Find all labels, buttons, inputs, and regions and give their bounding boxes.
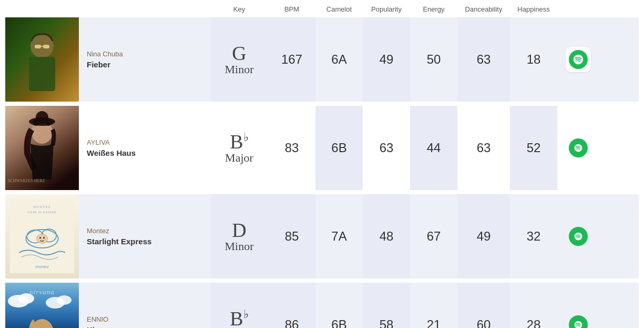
spotify-cell[interactable]: [557, 227, 599, 246]
svg-text:SCHWARZES HERZ: SCHWARZES HERZ: [8, 178, 45, 183]
danceability-value: 63: [477, 52, 491, 67]
camelot-value: 6A: [331, 52, 346, 67]
svg-text:nirvana: nirvana: [29, 288, 54, 296]
key-letter: B♭: [225, 132, 253, 152]
popularity-cell: 63: [363, 106, 410, 190]
bpm-cell: 83: [268, 106, 315, 190]
table-row: SCHWARZES HERZ AYLIVA Weißes Haus B♭ Maj…: [5, 106, 639, 190]
key-mode: Major: [225, 152, 253, 164]
energy-cell: 21: [410, 283, 457, 328]
header-camelot: Camelot: [315, 5, 363, 13]
track-info-montez: Montez Starlight Express: [81, 227, 210, 246]
header-bpm: BPM: [268, 5, 315, 13]
header-energy: Energy: [410, 5, 457, 13]
svg-point-24: [573, 231, 584, 242]
bpm-value: 167: [281, 52, 302, 67]
svg-text:MONTEZ: MONTEZ: [33, 205, 51, 208]
bpm-value: 85: [285, 229, 299, 244]
spotify-cell[interactable]: [557, 138, 599, 157]
energy-cell: 50: [410, 17, 457, 102]
header-happiness: Happiness: [510, 5, 557, 13]
bpm-cell: 86: [268, 283, 315, 328]
svg-rect-2: [29, 57, 55, 91]
happiness-value: 32: [527, 229, 541, 244]
album-art-montez: MONTEZ LIEBE IN GEFAHR: [5, 194, 79, 279]
album-art-ayliva: SCHWARZES HERZ: [5, 106, 79, 190]
table-row: Nina Chuba Fieber G Minor 167 6A 49 50 6…: [5, 17, 639, 102]
danceability-cell: 60: [457, 283, 510, 328]
key-cell: B♭ Major: [210, 106, 268, 190]
svg-point-13: [573, 142, 584, 154]
key-cell: D Minor: [210, 194, 268, 279]
album-art-ennio: nirvana: [5, 283, 79, 328]
track-title: Weißes Haus: [87, 148, 205, 157]
camelot-cell: 6B: [315, 283, 363, 328]
happiness-cell: 32: [510, 194, 557, 279]
header-img: [5, 5, 81, 13]
key-mode: Minor: [225, 63, 254, 76]
table-header: Key BPM Camelot Popularity Energy Dancea…: [5, 0, 639, 17]
energy-value: 50: [427, 52, 441, 67]
svg-point-28: [18, 293, 34, 304]
danceability-cell: 49: [457, 194, 510, 279]
popularity-cell: 58: [363, 283, 410, 328]
spotify-icon: [569, 315, 588, 328]
camelot-cell: 6A: [315, 17, 363, 102]
header-popularity: Popularity: [363, 5, 410, 13]
track-title: Starlight Express: [87, 237, 205, 246]
happiness-value: 52: [527, 141, 541, 155]
table-row: nirvana ENNIO: [5, 283, 639, 328]
track-title: Fieber: [87, 60, 205, 69]
key-cell: B♭ Major: [210, 283, 268, 328]
energy-value: 44: [427, 141, 441, 155]
bpm-value: 83: [285, 141, 299, 155]
key-flat: ♭: [243, 307, 249, 321]
table-row: MONTEZ LIEBE IN GEFAHR: [5, 194, 639, 279]
danceability-cell: 63: [457, 17, 510, 102]
header-title: [81, 5, 210, 13]
spotify-button[interactable]: [566, 47, 591, 72]
svg-point-11: [45, 120, 52, 126]
svg-point-30: [57, 295, 71, 305]
svg-point-10: [33, 120, 39, 126]
camelot-cell: 7A: [315, 194, 363, 279]
danceability-value: 60: [477, 317, 491, 328]
energy-value: 21: [427, 317, 441, 328]
happiness-value: 18: [527, 52, 541, 67]
key-display: D Minor: [225, 220, 254, 253]
svg-rect-4: [43, 45, 49, 48]
popularity-cell: 48: [363, 194, 410, 279]
bpm-cell: 167: [268, 17, 315, 102]
track-info-nina: Nina Chuba Fieber: [81, 50, 210, 69]
energy-cell: 44: [410, 106, 457, 190]
danceability-value: 49: [477, 229, 491, 244]
happiness-cell: 18: [510, 17, 557, 102]
key-display: G Minor: [225, 43, 254, 76]
camelot-cell: 6B: [315, 106, 363, 190]
energy-value: 67: [427, 229, 441, 244]
key-display: B♭ Major: [225, 309, 253, 328]
svg-point-20: [37, 234, 48, 244]
svg-point-22: [43, 237, 45, 239]
header-spotify: [557, 5, 599, 13]
header-key: Key: [210, 5, 268, 13]
svg-text:LIEBE IN GEFAHR: LIEBE IN GEFAHR: [27, 211, 56, 214]
energy-cell: 67: [410, 194, 457, 279]
key-letter: G: [225, 43, 254, 63]
track-info-ennio: ENNIO Kippe: [81, 315, 210, 328]
spotify-icon: [569, 50, 588, 69]
spotify-cell[interactable]: [557, 47, 599, 72]
key-cell: G Minor: [210, 17, 268, 102]
camelot-value: 6B: [331, 141, 346, 155]
happiness-value: 28: [527, 317, 541, 328]
popularity-cell: 49: [363, 17, 410, 102]
bpm-cell: 85: [268, 194, 315, 279]
artist-name: Montez: [87, 227, 205, 235]
header-danceability: Danceability: [457, 5, 510, 13]
happiness-cell: 28: [510, 283, 557, 328]
key-letter: D: [225, 220, 254, 240]
camelot-value: 6B: [331, 317, 346, 328]
artist-name: AYLIVA: [87, 138, 205, 146]
music-table: Key BPM Camelot Popularity Energy Dancea…: [0, 0, 644, 328]
spotify-cell[interactable]: [557, 315, 599, 328]
